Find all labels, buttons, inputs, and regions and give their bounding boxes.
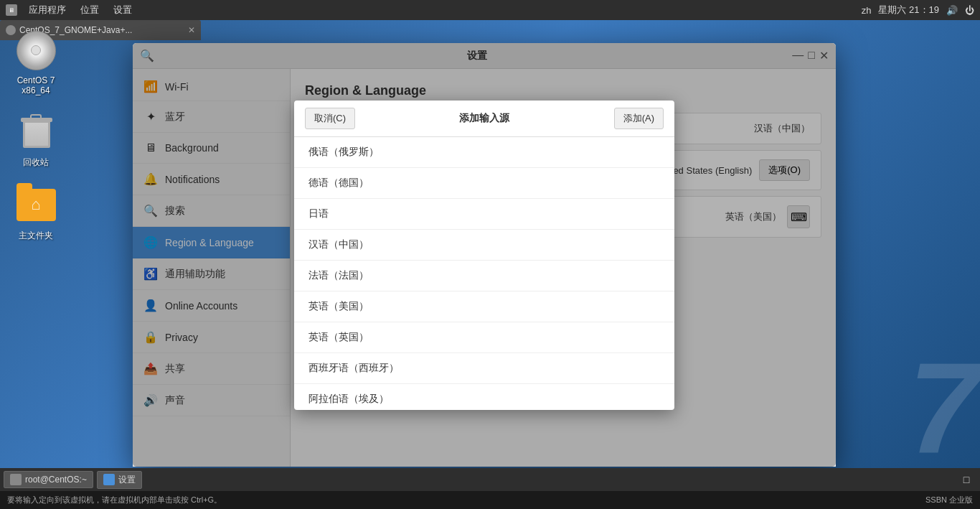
statusbar-message: 要将输入定向到该虚拟机，请在虚拟机内部单击或按 Ctrl+G。 (7, 495, 222, 505)
statusbar: 要将输入定向到该虚拟机，请在虚拟机内部单击或按 Ctrl+G。 SSBN 企业版 (0, 491, 980, 509)
trash-body (23, 121, 50, 148)
desktop: 🖥 应用程序 位置 设置 zh 星期六 21：19 🔊 ⏻ CentOS_7_G… (0, 0, 980, 509)
list-item-spanish[interactable]: 西班牙语（西班牙） (294, 353, 674, 384)
taskbar-settings-btn[interactable]: 设置 (97, 471, 142, 489)
list-item-chinese[interactable]: 汉语（中国） (294, 230, 674, 261)
dialog-cancel-btn[interactable]: 取消(C) (305, 108, 355, 129)
switcher-icon: □ (963, 474, 969, 485)
list-item-english-uk[interactable]: 英语（英国） (294, 322, 674, 353)
terminal-label: root@CentOS:~ (25, 475, 87, 485)
trash-icon (20, 113, 52, 149)
power-icon[interactable]: ⏻ (965, 5, 974, 16)
dialog-list: 俄语（俄罗斯） 德语（德国） 日语 汉语（中国） 法语（法国） 英语（美国） 英… (294, 137, 674, 410)
window-switcher-btn[interactable]: □ (956, 471, 976, 488)
datetime: 星期六 21：19 (878, 4, 939, 17)
list-item-japanese[interactable]: 日语 (294, 199, 674, 230)
cd-icon (17, 31, 56, 70)
desktop-icons: CentOS 7 x86_64 回收站 ⌂ 主文件夹 (7, 29, 65, 242)
list-item-english-us[interactable]: 英语（美国） (294, 291, 674, 322)
folder-icon-img: ⌂ (14, 183, 57, 226)
dialog-title: 添加输入源 (459, 112, 509, 125)
menu-places[interactable]: 位置 (77, 2, 102, 18)
settings-window: 🔍 设置 — □ ✕ 📶 Wi-Fi ✦ 蓝牙 (133, 43, 836, 467)
statusbar-brand: SSBN 企业版 (925, 495, 973, 505)
terminal-icon (10, 474, 22, 485)
settings-taskbar-icon (103, 474, 115, 485)
settings-taskbar-label: 设置 (118, 474, 136, 486)
taskbar: root@CentOS:~ 设置 □ (0, 468, 980, 491)
centos-number: 7 (908, 344, 980, 473)
add-input-source-dialog: 取消(C) 添加输入源 添加(A) 俄语（俄罗斯） 德语（德国） 日语 汉语（中… (294, 101, 674, 410)
topbar-left: 🖥 应用程序 位置 设置 (6, 2, 135, 18)
folder-label: 主文件夹 (19, 230, 53, 242)
desktop-icon-trash[interactable]: 回收站 (7, 110, 65, 169)
dialog-overlay: 取消(C) 添加输入源 添加(A) 俄语（俄罗斯） 德语（德国） 日语 汉语（中… (133, 69, 836, 467)
folder-icon: ⌂ (17, 189, 56, 221)
lang-indicator: zh (862, 5, 872, 16)
topbar-menu: 应用程序 位置 设置 (26, 2, 135, 18)
dialog-titlebar: 取消(C) 添加输入源 添加(A) (294, 101, 674, 137)
list-item-russian[interactable]: 俄语（俄罗斯） (294, 137, 674, 168)
list-item-german[interactable]: 德语（德国） (294, 168, 674, 199)
topbar-right: zh 星期六 21：19 🔊 ⏻ (862, 4, 974, 17)
dialog-add-btn[interactable]: 添加(A) (614, 108, 664, 129)
settings-content: 📶 Wi-Fi ✦ 蓝牙 🖥 Background 🔔 Notification… (133, 69, 836, 467)
menu-apps[interactable]: 应用程序 (26, 2, 69, 18)
trash-label: 回收站 (23, 157, 49, 169)
trash-icon-img (14, 110, 57, 153)
taskbar-terminal-btn[interactable]: root@CentOS:~ (4, 471, 93, 488)
list-item-french[interactable]: 法语（法国） (294, 261, 674, 291)
topbar-app-icon: 🖥 (6, 4, 17, 16)
cd-icon-img (14, 29, 57, 72)
settings-main: Region & Language 语言 汉语（中国） 格式 United St… (291, 69, 836, 467)
volume-icon[interactable]: 🔊 (946, 5, 958, 16)
list-item-arabic[interactable]: 阿拉伯语（埃及） (294, 384, 674, 410)
folder-home-icon: ⌂ (31, 195, 40, 214)
vm-tab-close[interactable]: ✕ (188, 25, 195, 35)
cd-label: CentOS 7 x86_64 (7, 75, 65, 95)
menu-settings[interactable]: 设置 (110, 2, 135, 18)
desktop-icon-folder[interactable]: ⌂ 主文件夹 (7, 183, 65, 242)
topbar: 🖥 应用程序 位置 设置 zh 星期六 21：19 🔊 ⏻ (0, 0, 980, 20)
desktop-icon-cd[interactable]: CentOS 7 x86_64 (7, 29, 65, 95)
taskbar-switcher: □ (956, 471, 976, 488)
